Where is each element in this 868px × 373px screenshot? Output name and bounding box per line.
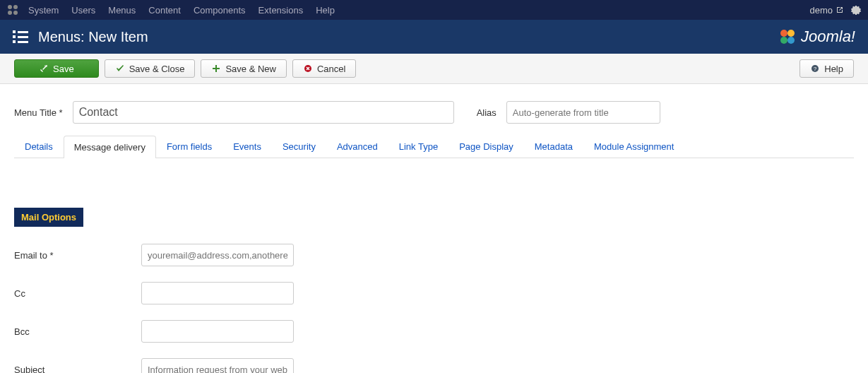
tab-security[interactable]: Security (272, 135, 326, 158)
topbar-item-components[interactable]: Components (194, 5, 246, 16)
alias-label: Alias (477, 107, 497, 118)
tab-details[interactable]: Details (14, 135, 64, 158)
topbar-item-system[interactable]: System (28, 5, 59, 16)
joomla-logo-icon (778, 28, 797, 46)
field-cc: Cc (14, 282, 854, 304)
cc-label: Cc (14, 288, 141, 299)
topbar-item-users[interactable]: Users (71, 5, 95, 16)
title-row: Menu Title * Alias (0, 84, 868, 131)
help-icon: ? (810, 64, 820, 73)
svg-text:?: ? (814, 66, 817, 72)
svg-point-2 (8, 11, 12, 15)
subject-label: Subject (14, 365, 141, 374)
brand-logo: Joomla! (778, 28, 855, 46)
mail-options-heading: Mail Options (14, 208, 83, 227)
bcc-label: Bcc (14, 326, 141, 337)
joomla-icon (7, 4, 18, 16)
save-button[interactable]: Save (14, 59, 99, 78)
tab-metadata[interactable]: Metadata (524, 135, 583, 158)
alias-input[interactable] (506, 101, 660, 124)
tab-message-delivery[interactable]: Message delivery (64, 136, 156, 158)
save-new-button[interactable]: Save & New (201, 59, 287, 78)
tab-advanced[interactable]: Advanced (326, 135, 388, 158)
topbar-settings[interactable] (851, 5, 861, 15)
topbar-item-extensions[interactable]: Extensions (258, 5, 304, 16)
save-new-label: Save & New (225, 64, 276, 74)
tab-form-fields[interactable]: Form fields (156, 135, 222, 158)
svg-point-7 (787, 37, 795, 44)
topbar-user[interactable]: demo (809, 5, 844, 16)
cancel-icon (303, 64, 313, 73)
mail-options-section: Mail Options Email to * Cc Bcc Subject (0, 158, 868, 373)
field-email-to: Email to * (14, 244, 854, 266)
menu-title-input[interactable] (73, 101, 454, 124)
email-to-input[interactable] (141, 244, 294, 266)
bcc-input[interactable] (141, 320, 294, 343)
topbar-item-content[interactable]: Content (148, 5, 181, 16)
svg-point-3 (13, 11, 18, 15)
subject-input[interactable] (141, 358, 294, 373)
help-button[interactable]: ? Help (799, 59, 854, 78)
save-close-button[interactable]: Save & Close (105, 59, 196, 78)
save-button-label: Save (53, 64, 74, 74)
cancel-button[interactable]: Cancel (292, 59, 356, 78)
svg-point-5 (787, 30, 795, 37)
admin-topbar: System Users Menus Content Components Ex… (0, 0, 868, 20)
svg-rect-8 (44, 65, 47, 67)
topbar-user-label: demo (809, 5, 833, 16)
cc-input[interactable] (141, 282, 294, 304)
tab-link-type[interactable]: Link Type (388, 135, 448, 158)
external-link-icon (836, 6, 844, 14)
brand-text: Joomla! (801, 28, 855, 46)
svg-point-4 (780, 30, 787, 37)
plus-icon (211, 64, 221, 73)
tabs: Details Message delivery Form fields Eve… (14, 135, 854, 158)
tab-page-display[interactable]: Page Display (448, 135, 524, 158)
cancel-label: Cancel (317, 64, 345, 74)
apply-icon (39, 64, 49, 73)
save-close-label: Save & Close (129, 64, 185, 74)
gear-icon (851, 5, 861, 15)
page-title: Menus: New Item (38, 29, 778, 45)
help-label: Help (824, 64, 843, 74)
page-header: Menus: New Item Joomla! (0, 20, 868, 54)
svg-point-1 (13, 5, 18, 9)
field-bcc: Bcc (14, 320, 854, 343)
field-subject: Subject (14, 358, 854, 373)
topbar-menu: System Users Menus Content Components Ex… (28, 5, 809, 16)
menu-list-icon (13, 30, 28, 43)
check-icon (115, 64, 125, 73)
tab-events[interactable]: Events (222, 135, 272, 158)
tab-module-assignment[interactable]: Module Assignment (583, 135, 684, 158)
menu-title-label: Menu Title * (14, 107, 63, 118)
topbar-item-menus[interactable]: Menus (108, 5, 136, 16)
email-to-label: Email to * (14, 250, 141, 261)
action-toolbar: Save Save & Close Save & New Cancel ? He… (0, 54, 868, 84)
svg-point-6 (780, 37, 787, 44)
topbar-item-help[interactable]: Help (316, 5, 335, 16)
svg-point-0 (8, 5, 12, 9)
